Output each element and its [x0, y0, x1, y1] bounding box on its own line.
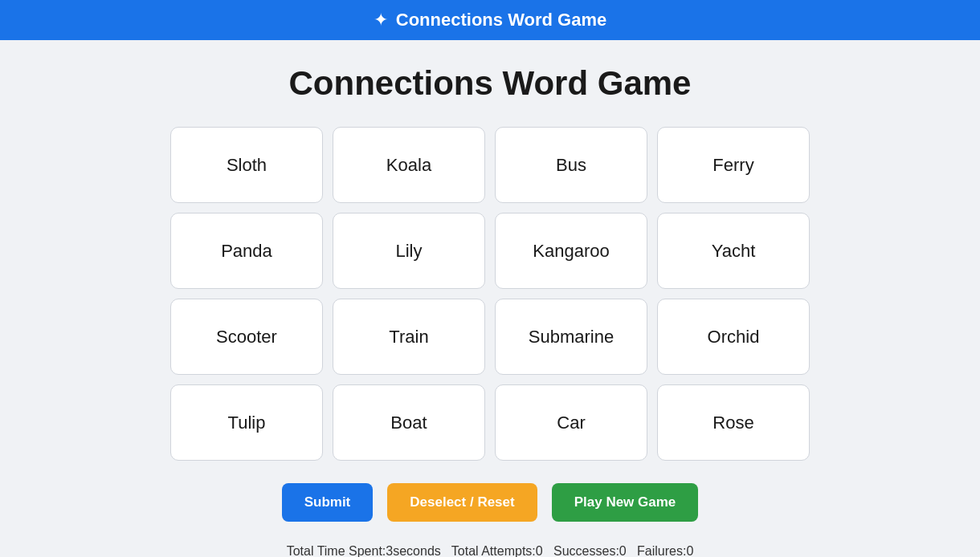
word-card[interactable]: Bus — [495, 127, 647, 203]
top-bar: ✦ Connections Word Game — [0, 0, 980, 40]
attempts-stat: Total Attempts:0 — [451, 544, 543, 557]
top-bar-title: Connections Word Game — [396, 10, 606, 30]
word-card[interactable]: Sloth — [170, 127, 323, 203]
word-card[interactable]: Yacht — [657, 213, 810, 289]
failures-stat: Failures:0 — [637, 544, 693, 557]
time-spent-stat: Total Time Spent:3seconds — [287, 544, 441, 557]
word-card[interactable]: Tulip — [170, 384, 323, 461]
submit-button[interactable]: Submit — [282, 483, 374, 522]
play-new-game-button[interactable]: Play New Game — [552, 483, 699, 522]
deselect-reset-button[interactable]: Deselect / Reset — [387, 483, 537, 522]
connections-icon: ✦ — [374, 10, 388, 30]
page-title: Connections Word Game — [289, 64, 692, 103]
word-card[interactable]: Rose — [657, 384, 810, 461]
word-card[interactable]: Car — [495, 384, 647, 461]
word-card[interactable]: Panda — [170, 213, 323, 289]
word-card[interactable]: Scooter — [170, 299, 323, 375]
button-row: Submit Deselect / Reset Play New Game — [282, 483, 699, 522]
successes-stat: Successes:0 — [553, 544, 627, 557]
word-card[interactable]: Train — [333, 299, 485, 375]
word-card[interactable]: Kangaroo — [495, 213, 647, 289]
main-content: Connections Word Game SlothKoalaBusFerry… — [0, 40, 980, 557]
stats-row: Total Time Spent:3seconds Total Attempts… — [287, 544, 694, 557]
word-card[interactable]: Koala — [333, 127, 485, 203]
word-card[interactable]: Submarine — [495, 299, 647, 375]
word-card[interactable]: Ferry — [657, 127, 810, 203]
word-card[interactable]: Lily — [333, 213, 485, 289]
word-card[interactable]: Orchid — [657, 299, 810, 375]
word-card[interactable]: Boat — [333, 384, 485, 461]
word-grid: SlothKoalaBusFerryPandaLilyKangarooYacht… — [170, 127, 810, 461]
